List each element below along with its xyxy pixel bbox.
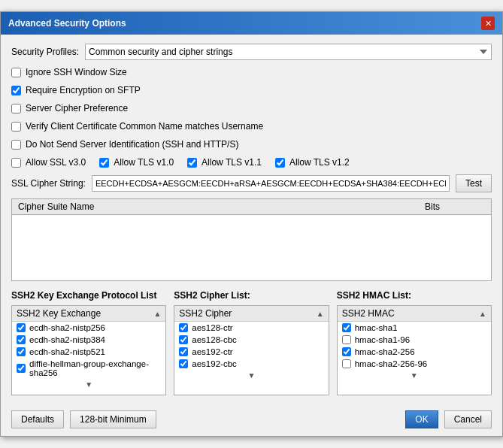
cipher-item-3-checkbox[interactable]: [179, 359, 188, 368]
cipher-col-name-header: Cipher Suite Name: [18, 201, 425, 212]
kex-item-2-checkbox[interactable]: [17, 347, 26, 356]
kex-item-3-checkbox[interactable]: [17, 364, 26, 373]
ssl-v3-label: Allow SSL v3.0: [26, 157, 86, 168]
advanced-security-dialog: Advanced Security Options ✕ Security Pro…: [0, 11, 503, 437]
server-cipher-label: Server Cipher Preference: [26, 103, 128, 114]
verify-client-cert-checkbox[interactable]: [11, 122, 21, 132]
hmac-item-1-checkbox[interactable]: [342, 335, 351, 344]
ssh2-key-exchange-header-title: SSH2 Key Exchange: [17, 308, 101, 319]
dialog-footer: Defaults 128-bit Minimum OK Cancel: [1, 404, 502, 436]
ignore-ssh-checkbox[interactable]: [11, 68, 21, 77]
do-not-send-server-id-checkbox[interactable]: [11, 140, 21, 150]
ssl-cipher-input[interactable]: [92, 175, 450, 192]
scroll-up-arrow: ▲: [153, 310, 161, 318]
list-item: diffie-hellman-group-exchange-sha256: [12, 358, 165, 379]
list-item: ecdh-sha2-nistp256: [12, 322, 165, 334]
hmac-item-3-label: hmac-sha2-256-96: [355, 359, 428, 368]
ssh2-hmac-list: SSH2 HMAC ▲ hmac-sha1 hmac-sha1-96 hmac-…: [337, 305, 492, 395]
cipher-item-1-label: aes128-cbc: [192, 335, 236, 344]
cipher-col-bits-header: Bits: [425, 201, 485, 212]
ssh2-cipher-section: SSH2 Cipher List: SSH2 Cipher ▲ aes128-c…: [174, 290, 329, 395]
scroll-up-arrow: ▲: [317, 310, 324, 318]
ssh2-cipher-header-title: SSH2 Cipher: [179, 308, 232, 319]
tls-v12-row: Allow TLS v1.2: [275, 156, 350, 168]
tls-checkboxes-row: Allow SSL v3.0 Allow TLS v1.0 Allow TLS …: [11, 156, 492, 168]
dialog-content: Security Profiles: Common security and c…: [1, 35, 502, 404]
cipher-item-2-checkbox[interactable]: [179, 347, 188, 356]
hmac-item-0-checkbox[interactable]: [342, 323, 351, 332]
footer-right: OK Cancel: [405, 410, 492, 428]
kex-item-0-label: ecdh-sha2-nistp256: [29, 323, 105, 332]
require-encryption-checkbox[interactable]: [11, 86, 21, 95]
server-cipher-checkbox-row: Server Cipher Preference: [11, 102, 492, 114]
require-encryption-checkbox-row: Require Encryption on SFTP: [11, 84, 492, 96]
list-item: ecdh-sha2-nistp384: [12, 334, 165, 346]
kex-item-2-label: ecdh-sha2-nistp521: [29, 347, 105, 356]
kex-item-0-checkbox[interactable]: [17, 323, 26, 332]
do-not-send-server-id-label: Do Not Send Server Identification (SSH a…: [26, 139, 238, 150]
hmac-item-1-label: hmac-sha1-96: [355, 335, 411, 344]
list-item: hmac-sha2-256: [338, 346, 491, 358]
cipher-table-header: Cipher Suite Name Bits: [12, 199, 491, 215]
footer-left: Defaults 128-bit Minimum: [11, 410, 156, 428]
cancel-button[interactable]: Cancel: [444, 410, 492, 428]
cipher-suite-table: Cipher Suite Name Bits: [11, 198, 492, 281]
close-button[interactable]: ✕: [481, 17, 495, 30]
scroll-down-indicator: ▼: [12, 379, 165, 390]
ssh2-hmac-header: SSH2 HMAC ▲: [338, 306, 491, 322]
ssl-cipher-row: SSL Cipher String: Test: [11, 174, 492, 192]
ssl-cipher-label: SSL Cipher String:: [11, 178, 86, 189]
hmac-item-0-label: hmac-sha1: [355, 323, 398, 332]
min128-button[interactable]: 128-bit Minimum: [70, 410, 156, 428]
verify-client-cert-checkbox-row: Verify Client Certificate Common Name ma…: [11, 120, 492, 132]
hmac-item-2-checkbox[interactable]: [342, 347, 351, 356]
ssh2-hmac-section: SSH2 HMAC List: SSH2 HMAC ▲ hmac-sha1 hm…: [337, 290, 492, 395]
ok-button[interactable]: OK: [405, 410, 438, 428]
ssh2-cipher-title: SSH2 Cipher List:: [174, 290, 329, 301]
test-button[interactable]: Test: [456, 174, 492, 192]
server-cipher-checkbox[interactable]: [11, 104, 21, 114]
list-item: hmac-sha2-256-96: [338, 358, 491, 370]
tls-v10-checkbox[interactable]: [99, 158, 109, 168]
ssl-v3-checkbox[interactable]: [11, 158, 21, 168]
list-item: hmac-sha1: [338, 322, 491, 334]
security-profiles-label: Security Profiles:: [11, 47, 79, 57]
list-item: ecdh-sha2-nistp521: [12, 346, 165, 358]
tls-v11-label: Allow TLS v1.1: [202, 157, 262, 168]
tls-v11-checkbox[interactable]: [187, 158, 197, 168]
list-item: hmac-sha1-96: [338, 334, 491, 346]
do-not-send-server-id-checkbox-row: Do Not Send Server Identification (SSH a…: [11, 138, 492, 150]
ssh2-cipher-list: SSH2 Cipher ▲ aes128-ctr aes128-cbc aes1…: [174, 305, 329, 395]
tls-v10-row: Allow TLS v1.0: [99, 156, 174, 168]
ssh2-hmac-title: SSH2 HMAC List:: [337, 290, 492, 301]
title-bar: Advanced Security Options ✕: [1, 12, 502, 35]
list-item: aes128-ctr: [174, 322, 328, 334]
ssh2-key-exchange-title: SSH2 Key Exchange Protocol List: [11, 290, 166, 301]
cipher-item-2-label: aes192-ctr: [192, 347, 232, 356]
require-encryption-label: Require Encryption on SFTP: [26, 85, 141, 95]
list-item: aes192-cbc: [174, 358, 328, 370]
kex-item-3-label: diffie-hellman-group-exchange-sha256: [29, 359, 161, 377]
ssh2-cipher-header: SSH2 Cipher ▲: [174, 306, 328, 322]
tls-v10-label: Allow TLS v1.0: [114, 157, 174, 168]
verify-client-cert-label: Verify Client Certificate Common Name ma…: [26, 121, 263, 132]
kex-item-1-checkbox[interactable]: [17, 335, 26, 344]
tls-v12-checkbox[interactable]: [275, 158, 285, 168]
cipher-item-0-checkbox[interactable]: [179, 323, 188, 332]
cipher-item-3-label: aes192-cbc: [192, 359, 236, 368]
ignore-ssh-label: Ignore SSH Window Size: [26, 67, 127, 77]
tls-v12-label: Allow TLS v1.2: [289, 157, 350, 168]
bottom-lists: SSH2 Key Exchange Protocol List SSH2 Key…: [11, 290, 492, 395]
cipher-item-1-checkbox[interactable]: [179, 335, 188, 344]
security-profiles-row: Security Profiles: Common security and c…: [11, 44, 492, 60]
ssh2-key-exchange-list: SSH2 Key Exchange ▲ ecdh-sha2-nistp256 e…: [11, 305, 166, 395]
kex-item-1-label: ecdh-sha2-nistp384: [29, 335, 105, 344]
security-profiles-dropdown[interactable]: Common security and cipher stringsCustom: [85, 44, 492, 60]
ssl-v3-row: Allow SSL v3.0: [11, 156, 86, 168]
cipher-table-body[interactable]: [12, 215, 491, 280]
defaults-button[interactable]: Defaults: [11, 410, 64, 428]
hmac-item-3-checkbox[interactable]: [342, 359, 351, 368]
ssh2-key-exchange-header: SSH2 Key Exchange ▲: [12, 306, 165, 322]
list-item: aes128-cbc: [174, 334, 328, 346]
cipher-item-0-label: aes128-ctr: [192, 323, 232, 332]
